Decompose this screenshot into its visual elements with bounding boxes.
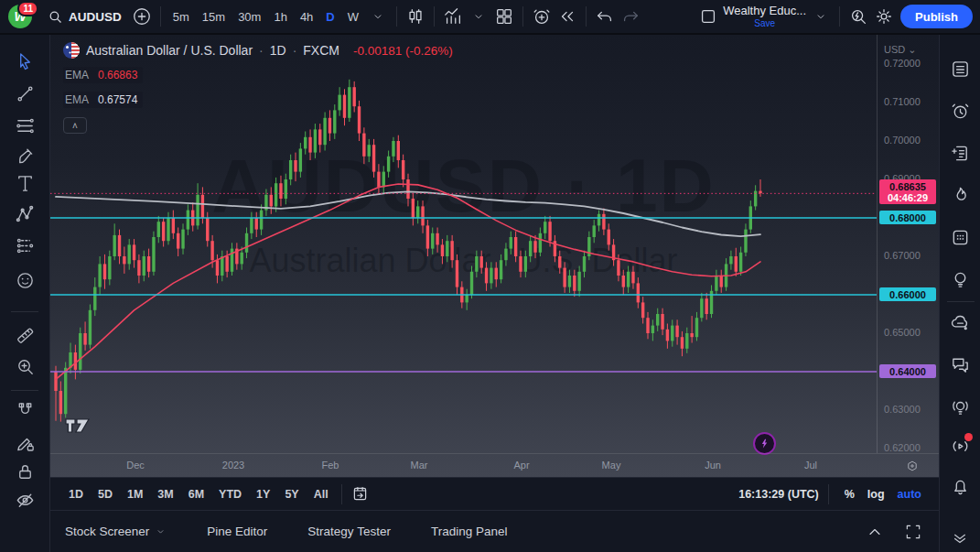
symbol-legend-row[interactable]: Australian Dollar / U.S. Dollar · 1D · F…	[63, 42, 453, 59]
indicators-icon	[443, 6, 463, 27]
axis-settings-button[interactable]	[903, 458, 921, 476]
redo-button[interactable]	[618, 4, 643, 29]
watchlist-button[interactable]	[944, 53, 975, 84]
live-ideas-button[interactable]	[944, 391, 975, 422]
footer-panel: Stock ScreenerPine EditorStrategy Tester…	[50, 510, 939, 552]
panel-expand-button[interactable]	[862, 519, 888, 545]
video-stream-button[interactable]	[944, 430, 975, 461]
tradingview-app: W 11 AUDUSD 5m15m30m1h4hDW	[0, 0, 980, 552]
xabcd-pattern-tool-button[interactable]	[9, 200, 40, 229]
range-button-all[interactable]: All	[307, 484, 336, 504]
gear-icon	[874, 6, 894, 27]
panel-maximize-button[interactable]	[900, 519, 926, 545]
interval-button-1h[interactable]: 1h	[267, 6, 293, 27]
price-axis-currency[interactable]: USD ⌄	[884, 44, 917, 56]
go-to-date-button[interactable]	[348, 482, 373, 507]
range-button-1y[interactable]: 1Y	[249, 484, 277, 504]
cursor-tool-button[interactable]	[9, 47, 40, 76]
footer-tab-trading-panel[interactable]: Trading Panel	[431, 525, 508, 538]
lightning-events-button[interactable]	[753, 432, 776, 455]
minds-icon	[950, 312, 971, 333]
ideas-button[interactable]	[944, 264, 975, 295]
interval-button-30m[interactable]: 30m	[232, 6, 267, 27]
interval-button-w[interactable]: W	[341, 6, 365, 27]
sidebar-collapse-button[interactable]	[944, 523, 975, 552]
chat-button[interactable]	[944, 349, 975, 380]
notifications-button[interactable]	[944, 471, 975, 502]
interval-button-4h[interactable]: 4h	[294, 6, 319, 27]
save-label[interactable]: Save	[754, 18, 775, 28]
range-button-ytd[interactable]: YTD	[211, 484, 249, 504]
indicator-legend-row[interactable]: EMA 0.67574	[63, 92, 143, 108]
magnet-tool-button[interactable]	[9, 395, 40, 425]
log-scale-button[interactable]: log	[861, 484, 891, 504]
indicators-menu-button[interactable]	[466, 4, 491, 29]
save-layout-button[interactable]	[695, 4, 721, 29]
time-axis[interactable]: Dec2023FebMarAprMayJunJul	[50, 453, 939, 477]
auto-scale-button[interactable]: auto	[891, 484, 928, 504]
separator	[160, 6, 161, 27]
forecast-icon	[15, 235, 36, 256]
range-button-5y[interactable]: 5Y	[277, 484, 306, 504]
hotlists-button[interactable]	[944, 179, 975, 211]
fib-retracement-tool-button[interactable]	[9, 111, 40, 140]
notifications-icon	[950, 476, 971, 497]
hide-all-tool-button[interactable]	[9, 485, 40, 514]
quick-search-button[interactable]	[845, 4, 871, 29]
forecast-tool-button[interactable]	[9, 231, 40, 260]
bar-countdown: 04:46:29	[879, 192, 936, 203]
chart-pane[interactable]: AUDUSD · 1D Australian Dollar / U.S. Dol…	[50, 35, 939, 477]
range-button-1m[interactable]: 1M	[120, 484, 150, 504]
layout-name-menu[interactable]: Wealthy Educ... Save	[723, 5, 806, 27]
symbol-search[interactable]: AUDUSD	[40, 4, 129, 29]
indicator-legend-row[interactable]: EMA 0.66863	[63, 67, 143, 83]
chart-style-button[interactable]	[403, 4, 428, 29]
brush-tool-button[interactable]	[9, 141, 40, 170]
settings-button[interactable]	[871, 4, 897, 29]
range-button-3m[interactable]: 3M	[150, 484, 180, 504]
price-axis[interactable]: USD ⌄ 0.720000.710000.700000.690000.6800…	[877, 35, 939, 453]
percent-scale-button[interactable]: %	[838, 484, 861, 504]
emoji-tool-button[interactable]	[9, 265, 40, 295]
interval-button-15m[interactable]: 15m	[196, 6, 232, 27]
minds-button[interactable]	[944, 307, 975, 338]
ruler-tool-button[interactable]	[9, 320, 40, 350]
chevron-down-icon	[814, 10, 827, 23]
interval-group: 5m15m30m1h4hDW	[167, 6, 365, 27]
account-logo[interactable]: W 11	[0, 5, 40, 28]
footer-tab-strategy-tester[interactable]: Strategy Tester	[307, 525, 391, 538]
legend-collapse-button[interactable]: ˄	[63, 117, 87, 134]
interval-menu-button[interactable]	[365, 4, 391, 29]
range-button-1d[interactable]: 1D	[61, 484, 91, 504]
calendar-button[interactable]	[944, 222, 975, 253]
create-alert-button[interactable]	[529, 4, 555, 29]
footer-tab-stock-screener[interactable]: Stock Screener	[65, 525, 167, 538]
publish-button[interactable]: Publish	[900, 5, 973, 28]
interval-button-d[interactable]: D	[319, 6, 340, 27]
layout-menu-button[interactable]	[808, 4, 834, 29]
notes-button[interactable]	[944, 137, 975, 168]
separator	[828, 484, 829, 504]
interval-button-5m[interactable]: 5m	[167, 6, 196, 27]
chevron-down-icon	[155, 525, 167, 537]
compare-add-button[interactable]	[129, 4, 155, 29]
undo-arrow-icon	[595, 6, 615, 27]
lock-all-tool-button[interactable]	[9, 457, 40, 486]
lightning-icon	[759, 438, 770, 449]
bar-replay-button[interactable]	[555, 4, 580, 29]
alerts-button[interactable]	[944, 95, 975, 126]
range-button-5d[interactable]: 5D	[91, 484, 120, 504]
zoom-in-tool-button[interactable]	[9, 352, 40, 381]
ema-value: 0.67574	[98, 93, 137, 106]
clock-utc[interactable]: 16:13:29 (UTC)	[738, 488, 819, 501]
footer-tab-pine-editor[interactable]: Pine Editor	[207, 525, 267, 538]
undo-button[interactable]	[592, 4, 618, 29]
draw-pencil-lock-tool-button[interactable]	[9, 428, 40, 458]
range-button-6m[interactable]: 6M	[181, 484, 211, 504]
indicators-button[interactable]	[440, 4, 466, 29]
trend-line-tool-button[interactable]	[9, 79, 40, 108]
text-tool-button[interactable]	[9, 168, 40, 198]
layout-grid-button[interactable]	[491, 4, 517, 29]
tradingview-logo[interactable]	[65, 417, 91, 438]
calendar-goto-icon	[350, 484, 370, 503]
